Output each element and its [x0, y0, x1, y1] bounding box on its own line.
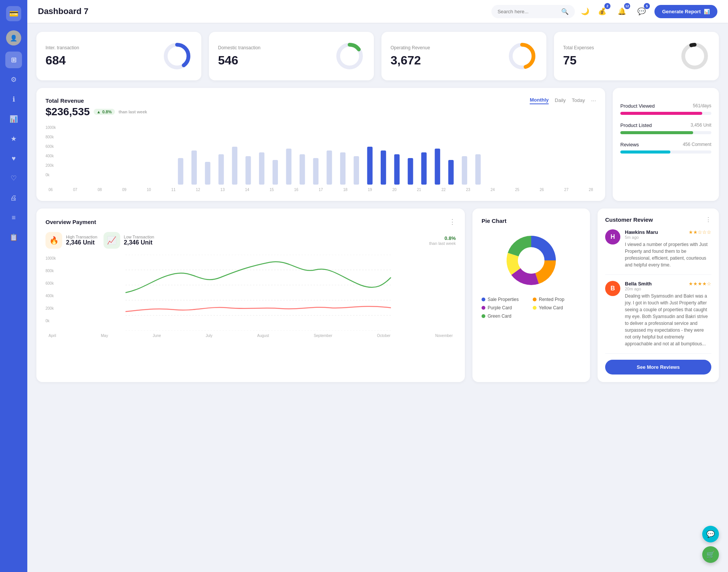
x-label: 14 — [245, 188, 249, 192]
heart-icon: ♥ — [12, 155, 16, 163]
pie-segment — [508, 236, 531, 256]
y-axis-labels: 0k200k400k600k800k1000k — [46, 124, 56, 179]
search-input[interactable] — [497, 9, 558, 14]
avatar[interactable]: 👤 — [6, 30, 21, 45]
bar — [205, 162, 210, 185]
bell-icon: 🔔 — [618, 7, 626, 16]
moon-icon[interactable]: 🌙 — [581, 7, 589, 16]
bar — [245, 156, 251, 185]
sidebar-item-heart2[interactable]: ♡ — [5, 170, 22, 186]
transaction-badges: 🔥 High Transaction 2,346 Unit 📈 Low Tran… — [46, 232, 456, 249]
payment-more-icon[interactable]: ⋮ — [449, 218, 456, 226]
bell-badge: 12 — [624, 3, 630, 9]
search-icon[interactable]: 🔍 — [561, 8, 569, 15]
x-label: 11 — [171, 188, 176, 192]
legend-item: Sale Properties — [482, 297, 530, 302]
sidebar-logo[interactable]: 💳 — [6, 6, 21, 21]
bar — [232, 147, 237, 185]
tab-today[interactable]: Today — [572, 97, 585, 104]
sidebar-item-heart[interactable]: ♥ — [5, 150, 22, 167]
stat-card: Domestic transaction 546 — [209, 32, 374, 80]
sidebar-item-doc[interactable]: 📋 — [5, 229, 22, 246]
tab-daily[interactable]: Daily — [555, 97, 566, 104]
bar — [340, 152, 345, 185]
stat-card-info: Total Expenses 75 — [563, 45, 594, 67]
review-text: I viewed a number of properties with Jus… — [625, 241, 711, 268]
revenue-card: Total Revenue Monthly Daily Today ··· $2… — [36, 88, 605, 201]
legend-label: Rented Prop — [539, 297, 564, 302]
x-label: 27 — [564, 188, 568, 192]
reviews-title: Customer Review — [605, 216, 653, 223]
pie-segment — [531, 236, 556, 260]
chat-btn[interactable]: 💬 5 — [635, 5, 648, 18]
legend-label: Yellow Card — [539, 305, 563, 310]
sidebar-item-info[interactable]: ℹ — [5, 91, 22, 108]
sidebar: 💳 👤 ⊞ ⚙ ℹ 📊 ★ ♥ ♡ 🖨 ≡ 📋 — [0, 0, 27, 572]
info-icon: ℹ — [13, 95, 15, 103]
payment-x-label: September — [314, 334, 332, 338]
svg-point-6 — [683, 45, 706, 67]
x-label: 21 — [417, 188, 421, 192]
stat-item-label: Product Listed — [620, 122, 652, 128]
stats-panel: Product Viewed 561/days Product Listed 3… — [613, 88, 719, 201]
bar — [448, 160, 453, 185]
logo-icon: 💳 — [9, 9, 19, 18]
stat-card-info: Domestic transaction 546 — [218, 45, 260, 67]
progress-fill — [620, 131, 693, 134]
progress-fill — [620, 112, 702, 115]
heart-outline-icon: ♡ — [11, 174, 17, 182]
bell-btn[interactable]: 🔔 12 — [615, 5, 629, 18]
sidebar-item-star[interactable]: ★ — [5, 130, 22, 147]
reviews-header: Customer Review ⋮ — [605, 216, 711, 223]
more-options-icon[interactable]: ··· — [591, 97, 596, 104]
sidebar-item-print[interactable]: 🖨 — [5, 190, 22, 206]
x-label: 12 — [196, 188, 200, 192]
bar — [381, 150, 386, 185]
stat-donut-chart — [507, 41, 537, 71]
reviewer-avatar: H — [605, 229, 620, 244]
bar — [178, 158, 183, 185]
review-item: H Hawkins Maru ★★☆☆☆ 5m ago I viewed a n… — [605, 229, 711, 275]
sidebar-item-list[interactable]: ≡ — [5, 209, 22, 226]
legend-item: Purple Card — [482, 305, 530, 310]
progress-bar — [620, 112, 711, 115]
pie-chart-container — [482, 230, 581, 291]
stat-cards-row: Inter. transaction 684 Domestic transact… — [36, 32, 719, 80]
bar — [367, 147, 372, 185]
payment-x-label: April — [49, 334, 56, 338]
header-icons: 🌙 💰 2 🔔 12 💬 5 — [581, 5, 648, 18]
low-txn-label: Low Transaction — [124, 235, 154, 239]
high-txn-icon: 🔥 — [46, 232, 62, 249]
sidebar-item-dashboard[interactable]: ⊞ — [5, 52, 22, 68]
legend-dot — [482, 314, 485, 318]
support-fab[interactable]: 💬 — [702, 526, 719, 542]
generate-report-button[interactable]: Generate Report 📊 — [654, 5, 717, 18]
middle-row: Total Revenue Monthly Daily Today ··· $2… — [36, 88, 719, 201]
sidebar-item-chart[interactable]: 📊 — [5, 111, 22, 127]
payment-growth: 0.8% than last week — [429, 235, 456, 246]
wallet-btn[interactable]: 💰 2 — [595, 5, 609, 18]
tab-monthly[interactable]: Monthly — [530, 97, 549, 104]
content-area: Inter. transaction 684 Domestic transact… — [27, 23, 728, 572]
cart-fab[interactable]: 🛒 — [702, 546, 719, 563]
review-content: Bella Smith ★★★★☆ 20m ago Dealing with S… — [625, 281, 711, 347]
legend-dot — [482, 306, 485, 310]
wallet-badge: 2 — [604, 3, 610, 9]
bar — [273, 160, 278, 185]
x-label: 16 — [294, 188, 298, 192]
sidebar-item-settings[interactable]: ⚙ — [5, 71, 22, 88]
review-content: Hawkins Maru ★★☆☆☆ 5m ago I viewed a num… — [625, 229, 711, 268]
review-item: B Bella Smith ★★★★☆ 20m ago Dealing with… — [605, 281, 711, 354]
stat-card: Operating Revenue 3,672 — [381, 32, 546, 80]
payment-title: Overview Payment — [46, 219, 96, 225]
chat-badge: 5 — [644, 3, 650, 9]
stat-donut-chart — [162, 41, 192, 71]
stat-item-header: Reviews 456 Comment — [620, 142, 711, 147]
avatar-icon: 👤 — [10, 34, 17, 42]
bar — [421, 152, 427, 185]
reviewer-avatar: B — [605, 281, 620, 296]
legend-label: Purple Card — [488, 305, 512, 310]
stat-item-header: Product Viewed 561/days — [620, 103, 711, 109]
reviews-more-icon[interactable]: ⋮ — [705, 216, 711, 223]
see-more-reviews-button[interactable]: See More Reviews — [605, 360, 711, 375]
